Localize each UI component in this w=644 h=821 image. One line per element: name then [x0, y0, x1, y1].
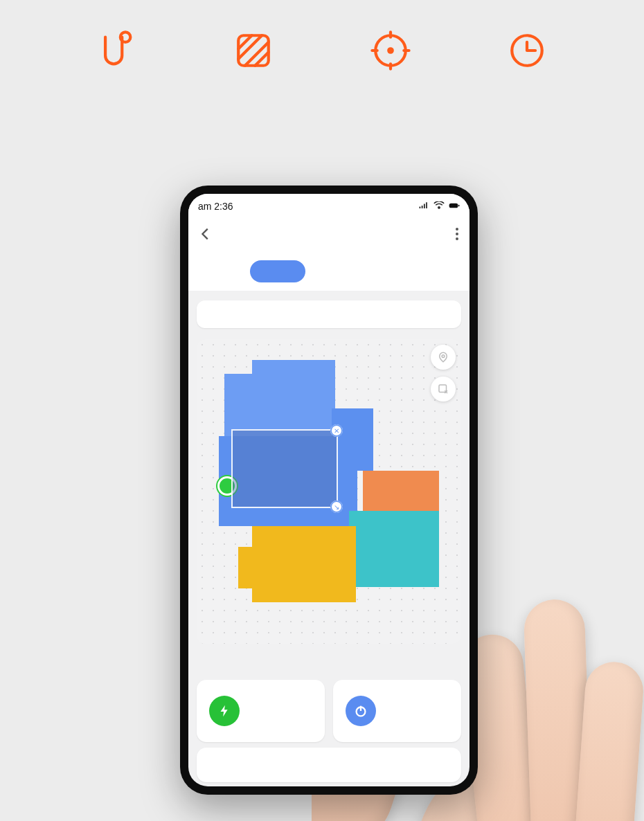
signal-icon [418, 201, 429, 212]
zone-icon [232, 29, 275, 72]
charge-card[interactable] [197, 680, 325, 742]
floorplan-map[interactable]: ✕ ↘ [197, 339, 461, 644]
bottom-nav-strip[interactable] [197, 748, 461, 782]
target-icon [369, 29, 412, 72]
feature-icon-row [0, 29, 644, 72]
statusbar-time: am 2:36 [198, 201, 233, 212]
timer-icon [506, 29, 548, 72]
map-clear-zone-button[interactable] [431, 377, 456, 402]
room-c[interactable] [238, 547, 259, 588]
more-menu-button[interactable] [456, 228, 460, 240]
wifi-icon [433, 201, 445, 212]
power-icon [346, 696, 376, 726]
zone-selection-box[interactable]: ✕ ↘ [231, 429, 338, 508]
status-pill[interactable] [250, 260, 305, 282]
power-card[interactable] [333, 680, 461, 742]
charge-icon [209, 696, 240, 726]
path-icon [96, 29, 138, 72]
map-pin-button[interactable] [431, 345, 456, 370]
info-bar[interactable] [197, 300, 461, 328]
room-b[interactable] [332, 408, 373, 471]
svg-rect-0 [239, 35, 269, 66]
room-e[interactable] [349, 511, 439, 587]
room-a[interactable] [252, 360, 335, 381]
svg-point-6 [442, 355, 445, 358]
back-button[interactable] [198, 226, 213, 242]
statusbar-indicators [418, 201, 460, 212]
svg-rect-5 [458, 205, 459, 207]
phone-screen: am 2:36 [188, 194, 469, 786]
svg-rect-4 [449, 204, 458, 208]
action-card-row [197, 680, 461, 742]
map-tool-stack [431, 345, 456, 402]
room-c[interactable] [252, 526, 356, 602]
status-pill-row [188, 252, 469, 291]
zone-resize-handle[interactable]: ↘ [330, 500, 343, 513]
zone-close-handle[interactable]: ✕ [330, 424, 343, 437]
svg-point-2 [387, 47, 394, 54]
app-header [188, 216, 469, 252]
statusbar: am 2:36 [188, 194, 469, 216]
battery-icon [449, 201, 460, 212]
room-d[interactable] [363, 471, 439, 512]
phone-frame: am 2:36 [180, 186, 478, 795]
